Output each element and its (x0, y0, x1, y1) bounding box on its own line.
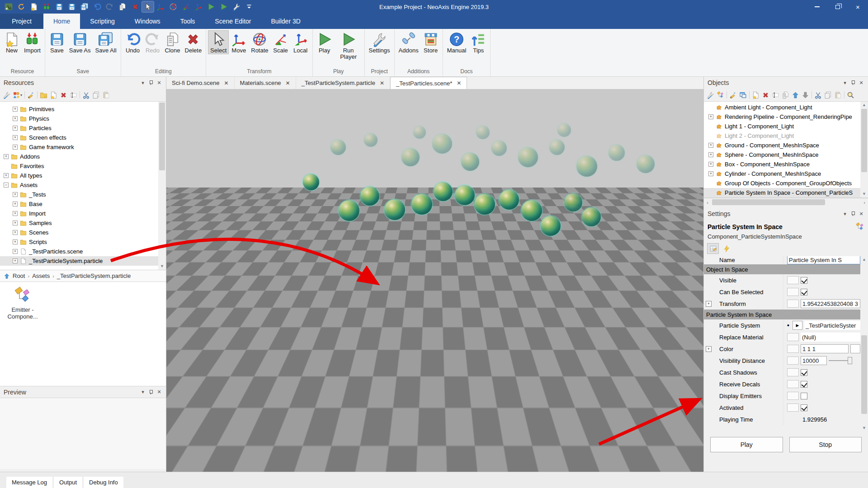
save-as-button[interactable]: Save As (67, 30, 93, 54)
close-button[interactable]: × (848, 0, 868, 14)
property-number-input[interactable]: 10000 (801, 356, 827, 365)
property-checkbox[interactable] (801, 404, 807, 411)
resources-pin-icon[interactable] (147, 79, 155, 87)
objects-tree-item[interactable]: Light 2 - Component_Light (704, 131, 868, 141)
property-reference-value[interactable]: _TestParticleSyster (804, 321, 860, 330)
up-arrow-icon[interactable] (4, 273, 10, 279)
default-value-box[interactable] (787, 404, 799, 412)
scale-button[interactable]: Scale (271, 30, 291, 54)
bottom-tab-message-log[interactable]: Message Log (6, 477, 52, 488)
objects-tree-item[interactable]: Particle System In Space - Component_Par… (704, 188, 868, 197)
manual-button[interactable]: Manual (445, 30, 469, 54)
bottom-tab-debug-info[interactable]: Debug Info (84, 477, 123, 488)
expander-icon[interactable]: + (708, 143, 713, 148)
default-value-box[interactable] (787, 288, 799, 296)
scene-viewport[interactable] (166, 89, 703, 472)
expander-icon[interactable]: + (13, 230, 18, 235)
rotate-button[interactable]: Rotate (249, 30, 270, 54)
resources-tree-item[interactable]: +Scripts (0, 237, 166, 247)
tab-scripting[interactable]: Scripting (80, 14, 124, 29)
property-checkbox[interactable] (801, 369, 807, 376)
local-icon[interactable] (193, 1, 204, 12)
objects-new-icon[interactable] (752, 91, 760, 99)
default-value-box[interactable] (787, 276, 799, 284)
property-checkbox[interactable] (801, 381, 807, 388)
redo-button[interactable]: Redo (143, 30, 163, 54)
settings-menu-icon[interactable]: ▾ (841, 210, 849, 218)
property-null-value[interactable]: (Null) (801, 333, 860, 342)
expander-icon[interactable]: + (708, 162, 713, 167)
doc-tab-close-icon[interactable]: ✕ (457, 80, 461, 86)
tab-home[interactable]: Home (43, 14, 80, 29)
preview-menu-icon[interactable]: ▾ (139, 388, 147, 396)
run-player-icon[interactable] (218, 1, 230, 12)
preview-close-icon[interactable]: ✕ (155, 388, 163, 396)
doc-tab-close-icon[interactable]: ✕ (224, 80, 228, 86)
resources-tree-item[interactable]: −Assets (0, 180, 166, 190)
objects-tree-item[interactable]: +Box - Component_MeshInSpace (704, 160, 868, 169)
objects-clone-icon[interactable] (782, 91, 789, 99)
expander-icon[interactable]: + (708, 152, 713, 157)
resources-tree-item[interactable]: +Primitives (0, 104, 166, 114)
objects-search-icon[interactable] (847, 91, 854, 99)
move-down-icon[interactable] (802, 91, 809, 99)
scale-icon[interactable] (180, 1, 192, 12)
addons-button[interactable]: Addons (396, 30, 421, 54)
expander-icon[interactable]: + (13, 145, 18, 150)
objects-close-icon[interactable]: ✕ (857, 79, 865, 87)
tab-scene-editor[interactable]: Scene Editor (205, 14, 261, 29)
resources-shapes-icon[interactable]: ▾ (13, 91, 22, 99)
new-file-icon[interactable] (28, 1, 40, 12)
resources-tree-item[interactable]: +_TestParticles.scene (0, 247, 166, 256)
property-checkbox[interactable] (801, 393, 807, 399)
expander-icon[interactable]: + (13, 258, 18, 263)
reference-picker-button[interactable]: ▶ (793, 321, 802, 330)
tab-builder-3d[interactable]: Builder 3D (261, 14, 310, 29)
select-button[interactable]: Select (208, 30, 229, 54)
move-icon[interactable] (155, 1, 166, 12)
objects-copy-icon[interactable] (824, 91, 832, 99)
objects-tree-item[interactable]: Light 1 - Component_Light (704, 122, 868, 131)
expander-icon[interactable]: + (13, 192, 18, 197)
restore-button[interactable] (827, 0, 848, 14)
expander-icon[interactable]: + (13, 211, 18, 216)
save-all-icon[interactable] (79, 1, 90, 12)
select-icon[interactable] (142, 1, 154, 12)
expander-icon[interactable]: + (708, 114, 713, 119)
tab-project[interactable]: Project (0, 14, 43, 29)
undo-icon[interactable] (91, 1, 103, 12)
default-value-box[interactable] (787, 368, 799, 376)
resources-tree-item[interactable]: +Physics (0, 114, 166, 123)
bottom-tab-output[interactable]: Output (54, 477, 82, 488)
import-icon[interactable] (41, 1, 52, 12)
objects-rename-icon[interactable] (772, 91, 779, 99)
default-value-box[interactable] (787, 380, 799, 388)
events-view-icon[interactable] (721, 244, 732, 253)
resources-tree-item[interactable]: +Import (0, 209, 166, 218)
move-up-icon[interactable] (792, 91, 799, 99)
save-button[interactable]: Save (47, 30, 67, 54)
save-as-icon[interactable] (66, 1, 78, 12)
tips-button[interactable]: Tips (468, 30, 488, 54)
tools-icon[interactable] (231, 1, 242, 12)
property-checkbox[interactable] (801, 289, 807, 296)
resources-tree-item[interactable]: +All types (0, 171, 166, 180)
rename-icon[interactable] (70, 91, 77, 99)
breadcrumb-file[interactable]: _TestParticleSystem.particle (57, 272, 131, 279)
color-swatch[interactable] (850, 344, 860, 353)
expander-icon[interactable]: + (706, 346, 712, 352)
default-value-box[interactable] (787, 357, 799, 365)
breadcrumb-assets[interactable]: Assets (32, 272, 50, 279)
redo-icon[interactable] (104, 1, 116, 12)
property-slider[interactable] (829, 357, 852, 364)
stop-button[interactable]: Stop (789, 437, 862, 452)
new-button[interactable]: New (2, 30, 22, 54)
properties-view-icon[interactable] (708, 244, 718, 253)
tab-tools[interactable]: Tools (170, 14, 205, 29)
doc-tab-2[interactable]: _TestParticleSystem.particle✕ (296, 77, 390, 89)
new-resource-icon[interactable] (50, 91, 57, 99)
objects-scrollbar[interactable]: ▲ ▼ (860, 102, 868, 197)
settings-pin-icon[interactable] (849, 210, 857, 218)
new-folder-icon[interactable] (40, 91, 47, 99)
copy-icon[interactable] (92, 91, 100, 99)
